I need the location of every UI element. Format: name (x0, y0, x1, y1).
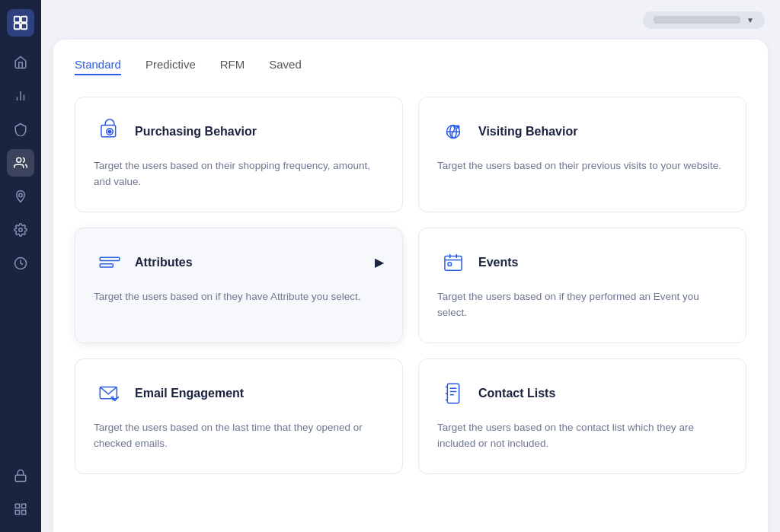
card-attributes[interactable]: Attributes ▶ Target the users based on i… (75, 228, 403, 343)
svg-rect-29 (445, 256, 462, 270)
svg-point-8 (19, 193, 23, 197)
attributes-icon (94, 247, 126, 279)
svg-rect-3 (21, 24, 27, 29)
workspace-name (654, 16, 740, 24)
main-area: ▼ Standard Predictive RFM Saved (41, 0, 780, 532)
card-description: Target the users based on if they have A… (94, 289, 384, 305)
card-description: Target the users based on the last time … (94, 420, 384, 452)
tab-predictive[interactable]: Predictive (145, 58, 196, 75)
tab-saved[interactable]: Saved (269, 58, 302, 75)
cursor-icon: ▶ (375, 255, 384, 269)
tabs-bar: Standard Predictive RFM Saved (75, 58, 746, 75)
svg-rect-2 (14, 24, 20, 29)
card-header: Events (437, 247, 727, 279)
home-icon[interactable] (7, 49, 34, 76)
chevron-down-icon: ▼ (746, 16, 754, 24)
card-header: Attributes ▶ (94, 247, 384, 279)
card-title: Attributes (135, 256, 193, 269)
card-events[interactable]: Events Target the users based on if they… (418, 228, 746, 343)
svg-rect-14 (15, 511, 19, 514)
analytics-icon[interactable] (7, 82, 34, 110)
card-visiting-behavior[interactable]: Visiting Behavior Target the users based… (418, 97, 746, 212)
card-header: Email Engagement (94, 377, 384, 409)
visiting-behavior-icon (437, 116, 469, 148)
logo[interactable] (7, 9, 34, 37)
lock-icon[interactable] (7, 462, 34, 489)
settings-icon[interactable] (7, 216, 34, 244)
card-title: Email Engagement (135, 387, 244, 400)
svg-rect-25 (100, 257, 120, 260)
card-title: Events (478, 256, 518, 269)
people-icon[interactable] (7, 149, 34, 177)
workspace-dropdown[interactable]: ▼ (643, 11, 765, 29)
sidebar (0, 0, 41, 532)
svg-rect-15 (22, 511, 26, 514)
events-icon (437, 247, 469, 279)
svg-rect-36 (447, 384, 459, 403)
svg-rect-33 (448, 263, 451, 266)
card-description: Target the users based on if they perfor… (437, 289, 727, 321)
svg-rect-13 (22, 504, 26, 508)
card-purchasing-behavior[interactable]: Purchasing Behavior Target the users bas… (75, 97, 403, 212)
card-description: Target the users based on the contact li… (437, 420, 727, 452)
tab-rfm[interactable]: RFM (220, 58, 245, 75)
card-header: Contact Lists (437, 377, 727, 409)
location-icon[interactable] (7, 183, 34, 210)
svg-rect-26 (100, 264, 113, 267)
card-contact-lists[interactable]: Contact Lists Target the users based on … (418, 358, 746, 474)
clock-icon[interactable] (7, 250, 34, 277)
svg-rect-0 (14, 17, 20, 22)
card-title: Purchasing Behavior (135, 125, 257, 139)
cards-grid: Purchasing Behavior Target the users bas… (75, 97, 746, 474)
content-panel: Standard Predictive RFM Saved (53, 40, 768, 532)
card-header: Purchasing Behavior (94, 116, 384, 148)
svg-rect-1 (21, 17, 27, 22)
header: ▼ (41, 0, 780, 40)
card-email-engagement[interactable]: Email Engagement Target the users based … (75, 358, 403, 474)
tab-standard[interactable]: Standard (75, 58, 121, 75)
card-title: Visiting Behavior (478, 125, 577, 139)
grid-icon[interactable] (7, 495, 34, 523)
svg-point-9 (19, 228, 23, 232)
card-header: Visiting Behavior (437, 116, 727, 148)
card-description: Target the users based on their previous… (437, 158, 727, 174)
card-description: Target the users based on their shopping… (94, 158, 384, 190)
contact-lists-icon (437, 377, 469, 409)
svg-point-17 (107, 129, 111, 133)
svg-rect-12 (15, 504, 19, 508)
security-icon[interactable] (7, 116, 34, 143)
svg-rect-11 (15, 475, 26, 481)
email-engagement-icon (94, 377, 126, 409)
card-title: Contact Lists (478, 387, 555, 400)
sidebar-bottom (7, 462, 34, 523)
purchasing-behavior-icon (94, 116, 126, 148)
svg-point-7 (17, 158, 21, 162)
